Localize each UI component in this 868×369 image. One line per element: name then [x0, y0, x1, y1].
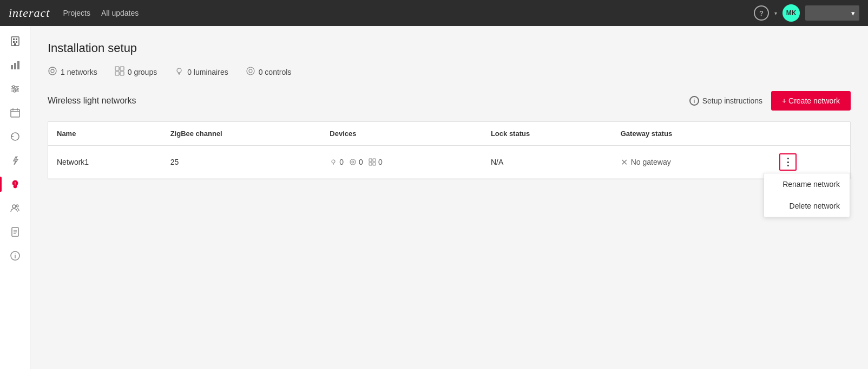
controls-group: 0 — [349, 158, 363, 166]
svg-rect-2 — [16, 38, 17, 40]
network-lock: N/A — [482, 146, 612, 179]
groups-cell-group: 0 — [369, 158, 383, 166]
svg-rect-3 — [13, 41, 15, 43]
svg-rect-37 — [115, 72, 119, 75]
networks-table-container: Name ZigBee channel Devices Lock status … — [48, 121, 851, 179]
col-lock: Lock status — [482, 122, 612, 146]
table-header: Name ZigBee channel Devices Lock status … — [48, 122, 850, 146]
delete-network-item[interactable]: Delete network — [764, 195, 850, 217]
help-button[interactable]: ? — [754, 5, 769, 21]
luminaires-value: 0 — [339, 158, 344, 166]
main-content: Installation setup 1 networks 0 groups 0… — [30, 26, 868, 369]
stat-networks: 1 networks — [48, 66, 97, 78]
rename-network-item[interactable]: Rename network — [764, 173, 850, 195]
setup-instructions-label: Setup instructions — [702, 96, 762, 105]
networks-icon — [48, 66, 57, 78]
svg-point-47 — [352, 161, 354, 163]
sidebar-item-alerts[interactable]: ! — [4, 173, 26, 195]
svg-rect-4 — [16, 41, 17, 43]
layout: ! Installation setup 1 networks — [0, 26, 868, 369]
luminaires-count: 0 luminaires — [187, 68, 228, 76]
user-dropdown-arrow: ▾ — [851, 9, 855, 17]
groups-count: 0 groups — [128, 68, 157, 76]
svg-point-14 — [14, 90, 16, 92]
help-dropdown-arrow[interactable]: ▾ — [774, 10, 777, 16]
nav-all-updates[interactable]: All updates — [101, 9, 139, 17]
nav-projects[interactable]: Projects — [63, 9, 90, 17]
sidebar-item-controls[interactable] — [4, 78, 26, 100]
sidebar-item-reports[interactable] — [4, 221, 26, 243]
more-options-button[interactable]: ⋮ — [779, 153, 797, 171]
networks-count: 1 networks — [61, 68, 97, 76]
svg-rect-49 — [373, 159, 376, 161]
sidebar-item-lightning[interactable] — [4, 150, 26, 171]
col-gateway: Gateway status — [612, 122, 771, 146]
user-dropdown[interactable]: ▾ — [805, 5, 859, 21]
svg-point-23 — [16, 205, 18, 207]
svg-point-46 — [350, 159, 356, 165]
groups-value: 0 — [378, 158, 383, 166]
svg-point-42 — [247, 67, 254, 75]
luminaires-group: 0 — [330, 158, 344, 166]
svg-rect-7 — [14, 63, 16, 69]
controls-count: 0 controls — [259, 68, 292, 76]
svg-rect-6 — [11, 65, 13, 69]
svg-rect-38 — [120, 72, 124, 75]
section-actions: i Setup instructions + Create network — [689, 91, 851, 111]
section-header: Wireless light networks i Setup instruct… — [48, 91, 851, 111]
actions-cell: ⋮ Rename network Delete network — [771, 146, 850, 179]
svg-rect-1 — [13, 38, 15, 40]
svg-rect-8 — [17, 61, 19, 69]
stats-row: 1 networks 0 groups 0 luminaires 0 contr… — [48, 66, 851, 78]
avatar: MK — [782, 4, 800, 22]
no-gateway-icon: ✕ — [621, 157, 628, 167]
setup-instructions-button[interactable]: i Setup instructions — [689, 96, 762, 106]
stat-groups: 0 groups — [115, 66, 157, 78]
sidebar-item-chart[interactable] — [4, 54, 26, 76]
gateway-label: No gateway — [631, 158, 671, 166]
section-title: Wireless light networks — [48, 96, 136, 106]
networks-table: Name ZigBee channel Devices Lock status … — [48, 122, 850, 179]
sidebar: ! — [0, 26, 30, 369]
topnav-right: ? ▾ MK ▾ — [754, 4, 859, 22]
network-gateway: ✕ No gateway — [612, 146, 771, 179]
stat-controls: 0 controls — [246, 66, 292, 78]
sidebar-item-refresh[interactable] — [4, 126, 26, 147]
create-network-button[interactable]: + Create network — [771, 91, 851, 111]
table-body: Network1 25 0 0 — [48, 146, 850, 179]
svg-rect-48 — [369, 159, 372, 161]
col-name: Name — [48, 122, 162, 146]
svg-rect-36 — [120, 67, 124, 70]
info-icon: i — [689, 96, 699, 106]
svg-point-12 — [12, 86, 15, 88]
svg-rect-35 — [115, 67, 119, 70]
svg-point-43 — [249, 69, 252, 73]
groups-icon — [115, 66, 124, 78]
topnav: interact Projects All updates ? ▾ MK ▾ — [0, 0, 868, 26]
svg-point-30 — [15, 254, 16, 255]
svg-point-22 — [12, 205, 16, 208]
svg-point-39 — [177, 68, 181, 73]
svg-point-44 — [332, 160, 335, 163]
sidebar-item-info[interactable] — [4, 245, 26, 267]
sidebar-item-calendar[interactable] — [4, 102, 26, 124]
luminaires-icon — [174, 66, 184, 78]
context-menu: Rename network Delete network — [764, 173, 850, 217]
sidebar-item-users[interactable] — [4, 197, 26, 219]
network-zigbee: 25 — [162, 146, 321, 179]
controls-value: 0 — [359, 158, 363, 166]
network-devices: 0 0 0 — [321, 146, 482, 179]
app-logo: interact — [9, 6, 50, 20]
network-name: Network1 — [48, 146, 162, 179]
svg-rect-50 — [369, 163, 372, 165]
svg-point-32 — [49, 67, 56, 75]
create-network-label: + Create network — [782, 96, 840, 105]
svg-point-31 — [51, 69, 54, 73]
col-zigbee: ZigBee channel — [162, 122, 321, 146]
sidebar-item-building[interactable] — [4, 30, 26, 52]
svg-rect-15 — [11, 109, 19, 117]
stat-luminaires: 0 luminaires — [174, 66, 228, 78]
svg-rect-51 — [373, 163, 376, 165]
table-row: Network1 25 0 0 — [48, 146, 850, 179]
nav-links: Projects All updates — [63, 9, 754, 17]
